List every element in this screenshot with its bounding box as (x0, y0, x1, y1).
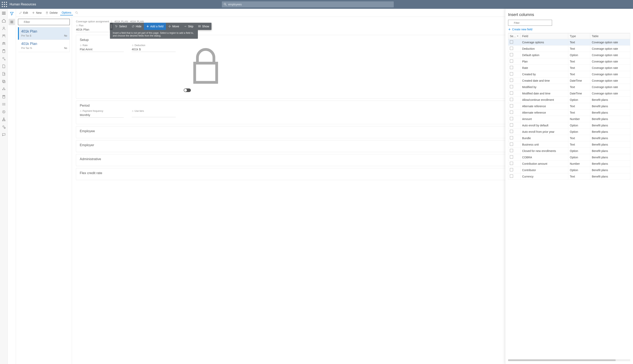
row-checkbox[interactable] (510, 130, 513, 133)
options-button[interactable]: Options (60, 10, 73, 15)
row-table: Coverage option rate (590, 39, 630, 46)
list-filter-input[interactable] (18, 19, 70, 25)
plan-card[interactable]: 401k PlanPre Tax $No (18, 27, 70, 40)
table-row[interactable]: AmountNumberBenefit plans (508, 116, 630, 122)
table-row[interactable]: Created date and timeDateTimeCoverage op… (508, 78, 630, 84)
col-header-table[interactable]: Table (590, 33, 630, 39)
toolbar-search-button[interactable] (74, 10, 80, 15)
money-icon[interactable]: $ (2, 110, 6, 114)
drag-handle-icon[interactable] (110, 23, 113, 30)
add-field-button[interactable]: Add a field (144, 23, 166, 30)
table-row[interactable]: Auto enroll from prior yearOptionBenefit… (508, 128, 630, 135)
col-header-type[interactable]: Type (568, 33, 590, 39)
svg-point-18 (4, 43, 5, 44)
tiers-label: Use tiers (132, 110, 176, 112)
hide-button[interactable]: Hide (129, 23, 144, 30)
row-checkbox[interactable] (510, 79, 513, 82)
person-gear-icon[interactable] (2, 125, 6, 129)
row-checkbox[interactable] (510, 72, 513, 76)
new-button[interactable]: New (30, 10, 43, 15)
svg-point-27 (3, 88, 4, 89)
table-row[interactable]: CurrencyTextBenefit plans (508, 173, 630, 180)
horizontal-scrollbar[interactable] (508, 359, 630, 361)
row-checkbox[interactable] (510, 53, 513, 56)
row-checkbox[interactable] (510, 168, 513, 171)
row-checkbox[interactable] (510, 162, 513, 165)
show-button[interactable]: Show (196, 23, 211, 30)
menu-icon[interactable] (2, 11, 6, 15)
table-row[interactable]: PlanTextCoverage option rate (508, 58, 630, 65)
table-row[interactable]: DeductionTextCoverage option rate (508, 46, 630, 52)
row-checkbox[interactable] (510, 155, 513, 158)
person-search-icon[interactable] (2, 57, 6, 61)
row-checkbox[interactable] (510, 47, 513, 50)
skip-button[interactable]: Skip (181, 23, 196, 30)
home-icon[interactable] (2, 19, 6, 23)
person-icon[interactable] (2, 26, 6, 30)
table-row[interactable]: RateTextCoverage option rate (508, 65, 630, 71)
table-row[interactable]: Closed for new enrollmentsOptionBenefit … (508, 148, 630, 154)
table-row[interactable]: ContributorOptionBenefit plans (508, 167, 630, 173)
row-checkbox[interactable] (510, 149, 513, 152)
people-icon[interactable] (2, 34, 6, 38)
row-checkbox[interactable] (510, 40, 513, 44)
table-row[interactable]: Default optionOptionCoverage option rate (508, 52, 630, 58)
row-checkbox[interactable] (510, 92, 513, 95)
row-checkbox[interactable] (510, 117, 513, 120)
svg-point-4 (4, 4, 5, 5)
table-row[interactable]: Coverage optionsTextCoverage option rate (508, 39, 630, 46)
row-checkbox[interactable] (510, 136, 513, 139)
waffle-icon[interactable] (2, 2, 7, 7)
col-header-field[interactable]: Field (520, 33, 568, 39)
row-table: Benefit plans (590, 148, 630, 154)
row-checkbox[interactable] (510, 66, 513, 69)
row-checkbox[interactable] (510, 98, 513, 101)
row-type: Number (568, 160, 590, 167)
table-row[interactable]: Alternate referenceTextBenefit plans (508, 103, 630, 110)
group-icon[interactable] (2, 42, 6, 46)
table-row[interactable]: Business unitTextBenefit plans (508, 141, 630, 148)
feedback-icon[interactable] (2, 132, 6, 136)
row-checkbox[interactable] (510, 60, 513, 63)
copy-icon[interactable] (2, 80, 6, 84)
row-checkbox[interactable] (510, 104, 513, 108)
document-out-icon[interactable] (2, 72, 6, 76)
team-icon[interactable] (2, 87, 6, 91)
table-row[interactable]: Modified date and timeDateTimeCoverage o… (508, 90, 630, 97)
org-icon[interactable] (2, 118, 6, 122)
breadcrumb-right: 401K PLAN : 401K PLAN (114, 20, 144, 23)
svg-rect-63 (132, 45, 133, 46)
global-search[interactable]: employees (222, 2, 394, 8)
row-checkbox[interactable] (510, 142, 513, 146)
table-row[interactable]: COBRAOptionBenefit plans (508, 154, 630, 160)
table-row[interactable]: Alternate referenceTextBenefit plans (508, 110, 630, 116)
row-checkbox[interactable] (510, 124, 513, 126)
setup-toggle[interactable] (184, 88, 191, 92)
table-row[interactable]: Auto enroll by defaultOptionBenefit plan… (508, 122, 630, 128)
table-row[interactable]: Allow/continue enrollmentOptionBenefit p… (508, 97, 630, 103)
row-checkbox[interactable] (510, 110, 513, 114)
create-new-field-link[interactable]: Create new field (508, 28, 630, 31)
document-icon[interactable] (2, 64, 6, 68)
personalization-toolbar[interactable]: Select Hide Add a field Move Skip Show (110, 23, 211, 30)
table-row[interactable]: BundleTextBenefit plans (508, 135, 630, 141)
clipboard-icon[interactable] (2, 49, 6, 53)
list-icon[interactable] (2, 102, 6, 106)
select-button[interactable]: Select (113, 23, 129, 30)
table-row[interactable]: Contribution amountNumberBenefit plans (508, 160, 630, 167)
table-row[interactable]: Created byTextCoverage option rate (508, 71, 630, 78)
plan-card[interactable]: 401k PlanPre Tax %No (18, 40, 70, 52)
row-checkbox[interactable] (510, 85, 513, 88)
filter-icon[interactable] (9, 10, 15, 17)
panel-filter-input[interactable] (508, 20, 552, 26)
row-checkbox[interactable] (510, 174, 513, 178)
move-button[interactable]: Move (166, 23, 181, 30)
list-view-icon[interactable] (9, 19, 15, 25)
edit-button[interactable]: Edit (18, 10, 30, 15)
table-row[interactable]: Modified byTextCoverage option rate (508, 84, 630, 90)
row-type: Text (568, 103, 590, 110)
col-header-select[interactable]: Se… (508, 33, 520, 39)
delete-button[interactable]: Delete (44, 10, 59, 15)
building-icon[interactable] (2, 95, 6, 99)
row-table: Benefit plans (590, 160, 630, 167)
